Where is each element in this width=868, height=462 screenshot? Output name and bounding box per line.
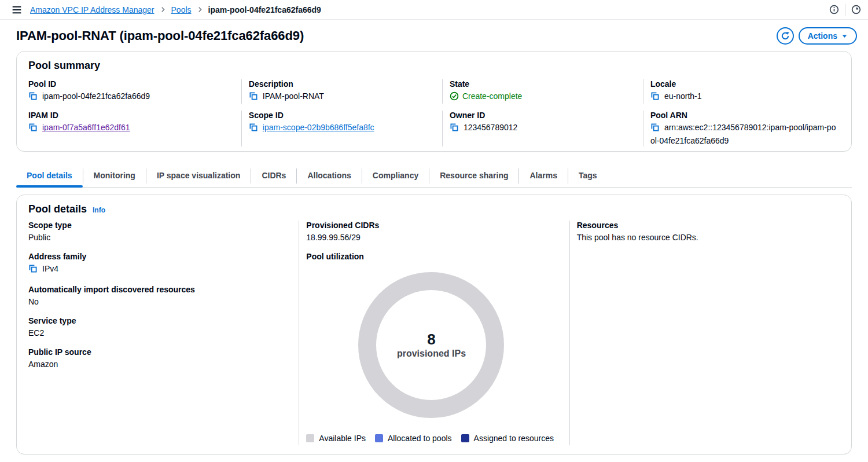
pool-details-card: Pool details Info Scope type Public Addr…: [16, 195, 852, 454]
tab-ip-space-visualization[interactable]: IP space visualization: [146, 167, 251, 187]
pool-details-grid: Scope type Public Address family IPv4 Au…: [28, 221, 840, 445]
tab-alarms[interactable]: Alarms: [519, 167, 567, 187]
page-title: IPAM-pool-RNAT (ipam-pool-04fe21fca62fa6…: [16, 28, 304, 43]
caret-down-icon: [841, 33, 848, 39]
field-auto-import: Automatically import discovered resource…: [28, 285, 288, 307]
copy-icon[interactable]: [650, 124, 660, 134]
copy-icon[interactable]: [28, 93, 38, 102]
scope-id-link[interactable]: ipam-scope-02b9b686ff5efa8fc: [263, 123, 374, 132]
tab-bar: Pool details Monitoring IP space visuali…: [16, 167, 852, 188]
legend-assigned-to-resources: Assigned to resources: [461, 434, 554, 443]
info-link[interactable]: Info: [93, 206, 105, 214]
chart-legend: Available IPs Allocated to pools Assigne…: [306, 434, 569, 443]
info-icon[interactable]: [823, 5, 845, 14]
pool-summary-title: Pool summary: [28, 60, 840, 72]
field-state: State Create-complete: [442, 79, 643, 104]
field-owner-id: Owner ID 123456789012: [442, 111, 643, 146]
details-left-column: Scope type Public Address family IPv4 Au…: [28, 221, 299, 445]
details-middle-column: Provisioned CIDRs 18.99.99.56/29 Pool ut…: [299, 221, 569, 445]
tab-compliancy[interactable]: Compliancy: [362, 167, 429, 187]
copy-icon[interactable]: [28, 266, 38, 275]
actions-button[interactable]: Actions: [799, 27, 857, 45]
pool-utilization-label: Pool utilization: [306, 252, 569, 262]
chevron-right-icon: [197, 5, 203, 14]
chevron-right-icon: [160, 5, 166, 14]
topbar-utilities: [823, 4, 867, 16]
copy-icon[interactable]: [450, 124, 459, 134]
copy-icon[interactable]: [650, 93, 660, 102]
copy-icon[interactable]: [28, 124, 38, 134]
field-scope-type: Scope type Public: [28, 221, 288, 243]
donut-ring: 8 provisioned IPs: [358, 272, 504, 418]
field-pool-id: Pool ID ipam-pool-04fe21fca62fa66d9: [28, 79, 241, 104]
field-pool-arn: Pool ARN arn:aws:ec2::123456789012:ipam-…: [643, 111, 840, 146]
field-scope-id: Scope ID ipam-scope-02b9b686ff5efa8fc: [241, 111, 442, 146]
legend-swatch: [306, 434, 314, 442]
field-provisioned-cidrs: Provisioned CIDRs 18.99.99.56/29: [306, 221, 569, 243]
breadcrumb-link-pools[interactable]: Pools: [171, 5, 192, 14]
tab-pool-details[interactable]: Pool details: [16, 167, 83, 187]
field-description: Description IPAM-pool-RNAT: [241, 79, 442, 104]
status-success-icon: [450, 93, 459, 102]
field-resources: Resources This pool has no resource CIDR…: [577, 221, 840, 243]
tab-cidrs[interactable]: CIDRs: [251, 167, 296, 187]
breadcrumb-link-service[interactable]: Amazon VPC IP Address Manager: [30, 5, 155, 14]
donut-center-value: 8: [427, 331, 435, 347]
tab-monitoring[interactable]: Monitoring: [83, 167, 146, 187]
ipam-id-link[interactable]: ipam-0f7a5a6ff1e62df61: [42, 123, 130, 132]
pool-summary-grid: Pool ID ipam-pool-04fe21fca62fa66d9 Desc…: [28, 79, 840, 146]
refresh-icon: [781, 31, 790, 41]
copy-icon[interactable]: [249, 124, 258, 134]
top-navigation-bar: Amazon VPC IP Address Manager Pools ipam…: [0, 0, 868, 20]
legend-allocated-to-pools: Allocated to pools: [375, 434, 452, 443]
details-right-column: Resources This pool has no resource CIDR…: [569, 221, 840, 445]
pool-summary-card: Pool summary Pool ID ipam-pool-04fe21fca…: [16, 51, 852, 152]
tab-resource-sharing[interactable]: Resource sharing: [429, 167, 518, 187]
legend-swatch: [375, 434, 383, 442]
menu-icon[interactable]: [12, 5, 22, 15]
breadcrumb-current: ipam-pool-04fe21fca62fa66d9: [208, 5, 321, 14]
breadcrumb: Amazon VPC IP Address Manager Pools ipam…: [30, 5, 321, 14]
field-locale: Locale eu-north-1: [643, 79, 840, 104]
legend-swatch: [461, 434, 469, 442]
field-service-type: Service type EC2: [28, 316, 288, 339]
donut-center-label: provisioned IPs: [397, 349, 466, 359]
legend-available-ips: Available IPs: [306, 434, 366, 443]
field-ipam-id: IPAM ID ipam-0f7a5a6ff1e62df61: [28, 111, 241, 146]
tab-allocations[interactable]: Allocations: [297, 167, 361, 187]
pool-utilization-chart: 8 provisioned IPs: [306, 272, 569, 418]
field-public-ip-source: Public IP source Amazon: [28, 347, 288, 370]
refresh-button[interactable]: [777, 27, 794, 45]
field-address-family: Address family IPv4: [28, 252, 288, 276]
pool-details-title: Pool details: [28, 203, 87, 215]
copy-icon[interactable]: [249, 93, 258, 102]
tab-tags[interactable]: Tags: [568, 167, 608, 187]
history-icon[interactable]: [845, 5, 867, 14]
header-actions: Actions: [777, 27, 857, 45]
page-header: IPAM-pool-RNAT (ipam-pool-04fe21fca62fa6…: [0, 20, 868, 51]
